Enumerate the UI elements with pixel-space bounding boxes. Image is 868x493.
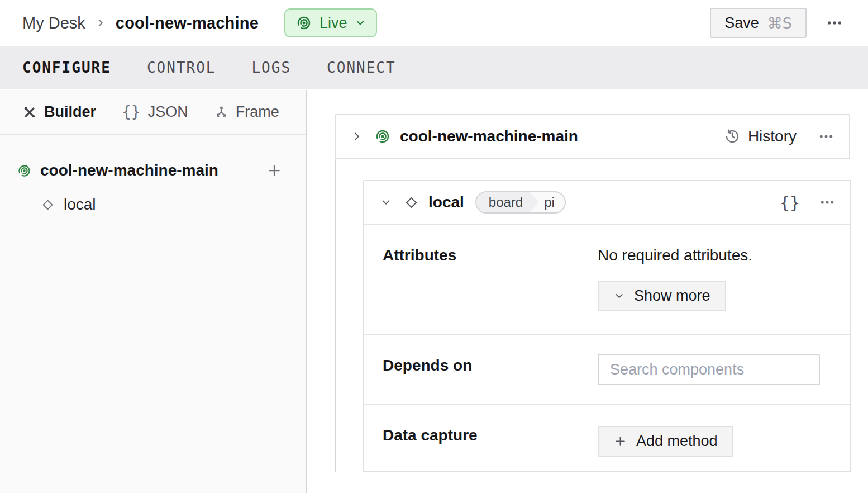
tab-logs[interactable]: LOGS — [251, 59, 291, 76]
add-method-label: Add method — [636, 433, 718, 450]
search-components-input[interactable] — [610, 361, 808, 378]
breadcrumb-chevron-icon — [94, 17, 107, 29]
broadcast-icon — [17, 163, 32, 178]
component-model: pi — [538, 192, 565, 212]
chevron-down-icon — [355, 17, 366, 29]
chevron-right-icon — [351, 130, 363, 143]
history-button[interactable]: History — [724, 127, 797, 145]
component-card-local: local board pi {} Attributes No required… — [363, 180, 851, 472]
broadcast-icon — [295, 15, 312, 31]
ellipsis-icon — [818, 128, 834, 145]
ellipsis-icon — [826, 14, 843, 32]
depends-on-label: Depends on — [383, 356, 598, 375]
part-card: cool-new-machine-main History — [335, 114, 850, 159]
component-type: board — [476, 192, 538, 212]
view-frame[interactable]: Frame — [214, 103, 279, 121]
add-method-button[interactable]: Add method — [598, 426, 733, 457]
show-more-button[interactable]: Show more — [598, 281, 726, 311]
view-switcher: Builder {} JSON Frame — [0, 90, 306, 135]
breadcrumb-parent[interactable]: My Desk — [22, 14, 85, 32]
ellipsis-icon — [819, 194, 836, 211]
history-icon — [724, 128, 741, 145]
show-more-label: Show more — [634, 287, 710, 305]
depends-on-section: Depends on — [364, 335, 850, 405]
diamond-icon — [40, 197, 55, 212]
component-type-chip: board pi — [475, 191, 566, 214]
frame-axes-icon — [214, 105, 228, 120]
tab-connect[interactable]: CONNECT — [327, 59, 396, 76]
attributes-section: Attributes No required attributes. Show … — [364, 225, 850, 335]
tree-item-local[interactable]: local — [40, 190, 283, 219]
component-json-button[interactable]: {} — [780, 193, 800, 212]
attributes-label: Attributes — [383, 246, 598, 265]
tree-item-main-part[interactable]: cool-new-machine-main — [17, 156, 283, 185]
depends-on-select[interactable] — [598, 354, 820, 385]
chevron-down-icon — [613, 290, 625, 302]
view-json[interactable]: {} JSON — [122, 103, 188, 121]
status-label: Live — [319, 15, 347, 32]
tree-item-main-part-label: cool-new-machine-main — [40, 162, 218, 179]
tree-item-local-label: local — [64, 196, 96, 214]
view-builder[interactable]: Builder — [22, 103, 96, 121]
machine-nav-tabs: CONFIGURE CONTROL LOGS CONNECT — [0, 46, 868, 89]
component-menu-button[interactable] — [819, 194, 836, 211]
tab-configure[interactable]: CONFIGURE — [22, 59, 111, 76]
component-title: local — [428, 193, 464, 211]
view-json-label: JSON — [148, 103, 188, 121]
top-bar: My Desk cool-new-machine Live Save ⌘S — [0, 0, 868, 46]
machine-tree: cool-new-machine-main local — [0, 135, 306, 219]
machine-status-badge[interactable]: Live — [284, 8, 377, 37]
broadcast-icon — [374, 128, 391, 145]
view-frame-label: Frame — [236, 103, 279, 121]
tools-icon — [22, 105, 37, 120]
save-label: Save — [724, 15, 759, 32]
data-capture-section: Data capture Add method — [364, 405, 850, 473]
view-builder-label: Builder — [44, 103, 96, 121]
part-card-title: cool-new-machine-main — [400, 127, 578, 145]
component-card-header: local board pi {} — [364, 181, 850, 225]
component-collapse-button[interactable] — [380, 196, 392, 208]
add-component-button[interactable] — [266, 162, 283, 179]
part-card-menu-button[interactable] — [818, 128, 834, 145]
topbar-overflow-menu-button[interactable] — [826, 14, 843, 32]
plus-icon — [613, 434, 627, 448]
tab-control[interactable]: CONTROL — [147, 59, 216, 76]
card-connector-line — [335, 159, 336, 472]
diamond-icon — [403, 195, 419, 211]
configure-sidebar: Builder {} JSON Frame cool-new-machine-m… — [0, 90, 307, 493]
attributes-empty-text: No required attributes. — [598, 246, 834, 265]
part-card-expand-button[interactable] — [351, 130, 363, 143]
data-capture-label: Data capture — [383, 426, 598, 445]
history-label: History — [748, 127, 797, 145]
save-button[interactable]: Save ⌘S — [710, 8, 807, 38]
save-shortcut: ⌘S — [767, 15, 792, 32]
chevron-down-icon — [380, 196, 392, 208]
plus-icon — [266, 162, 283, 179]
braces-icon: {} — [122, 103, 141, 121]
breadcrumb-current: cool-new-machine — [116, 14, 259, 32]
